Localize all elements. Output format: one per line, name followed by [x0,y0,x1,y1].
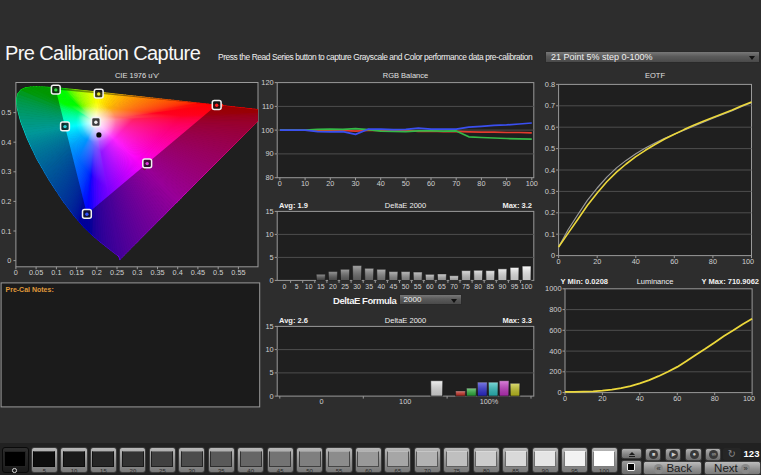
svg-text:200: 200 [549,367,561,376]
svg-text:DeltaE 2000: DeltaE 2000 [385,316,426,325]
svg-text:80: 80 [474,283,482,290]
svg-text:100: 100 [743,394,755,403]
svg-text:20: 20 [593,257,601,266]
svg-text:0.1: 0.1 [51,268,61,277]
svg-text:0: 0 [551,251,555,260]
svg-text:40: 40 [377,283,385,290]
svg-text:85: 85 [486,283,494,290]
svg-text:0: 0 [7,256,11,265]
svg-text:Avg: 2.6: Avg: 2.6 [279,316,308,325]
svg-text:90: 90 [265,149,273,158]
svg-text:0.7: 0.7 [545,101,555,110]
svg-text:0.15: 0.15 [69,268,83,277]
svg-text:0.55: 0.55 [231,268,245,277]
svg-text:0.6: 0.6 [545,123,555,132]
svg-text:0.3: 0.3 [545,187,555,196]
svg-text:0.3: 0.3 [1,167,11,176]
svg-text:80: 80 [477,179,485,188]
svg-text:90: 90 [503,179,511,188]
svg-text:55: 55 [414,283,422,290]
svg-text:70: 70 [450,283,458,290]
svg-text:50: 50 [402,179,410,188]
svg-text:5: 5 [270,253,274,262]
svg-text:0.3: 0.3 [132,268,142,277]
svg-text:0: 0 [557,257,561,266]
svg-text:10: 10 [301,179,309,188]
svg-text:110: 110 [262,102,274,111]
svg-text:0.1: 0.1 [1,227,11,236]
svg-text:0.5: 0.5 [545,144,555,153]
svg-text:50: 50 [402,283,410,290]
svg-text:0.5: 0.5 [1,108,11,117]
svg-text:0: 0 [14,268,18,277]
svg-text:0: 0 [557,388,561,397]
svg-text:0.2: 0.2 [1,197,11,206]
svg-text:100: 100 [521,283,533,290]
svg-text:100: 100 [399,397,411,406]
svg-text:0.2: 0.2 [92,268,102,277]
svg-text:10: 10 [265,230,273,239]
svg-text:0.2: 0.2 [545,208,555,217]
svg-text:1000: 1000 [545,284,561,293]
svg-text:20: 20 [329,283,337,290]
svg-text:800: 800 [549,305,561,314]
svg-text:Y Max: 710.9062: Y Max: 710.9062 [702,277,759,286]
svg-text:60: 60 [673,394,681,403]
svg-text:15: 15 [317,283,325,290]
svg-text:Max: 3.3: Max: 3.3 [502,316,532,325]
svg-text:95: 95 [511,283,519,290]
svg-text:Avg: 1.9: Avg: 1.9 [279,201,308,210]
svg-text:0.4: 0.4 [545,166,555,175]
svg-text:10: 10 [305,283,313,290]
svg-text:0.4: 0.4 [173,268,183,277]
svg-text:0: 0 [283,283,287,290]
svg-text:0: 0 [278,179,282,188]
svg-text:80: 80 [711,394,719,403]
svg-text:80: 80 [709,257,717,266]
svg-text:90: 90 [499,283,507,290]
svg-text:0.25: 0.25 [110,268,124,277]
svg-text:40: 40 [632,257,640,266]
svg-text:35: 35 [365,283,373,290]
svg-text:0.1: 0.1 [545,230,555,239]
svg-text:75: 75 [462,283,470,290]
svg-text:80: 80 [265,173,273,182]
svg-text:60: 60 [427,179,435,188]
svg-text:100: 100 [742,257,754,266]
svg-text:0: 0 [270,392,274,401]
svg-text:120: 120 [261,78,273,87]
svg-text:100%: 100% [480,397,499,406]
svg-text:30: 30 [353,283,361,290]
svg-text:0.5: 0.5 [213,268,223,277]
svg-text:60: 60 [670,257,678,266]
svg-text:0: 0 [270,276,274,285]
svg-text:400: 400 [549,347,561,356]
svg-text:DeltaE 2000: DeltaE 2000 [385,201,426,210]
svg-text:Pre-Cal Notes:: Pre-Cal Notes: [6,286,54,293]
svg-text:25: 25 [341,283,349,290]
svg-text:RGB Balance: RGB Balance [383,71,428,80]
svg-text:15: 15 [265,207,273,216]
svg-text:10: 10 [265,345,273,354]
svg-text:20: 20 [598,394,606,403]
svg-text:EOTF: EOTF [645,71,665,80]
svg-text:CIE 1976 u'v': CIE 1976 u'v' [115,71,160,80]
svg-text:15: 15 [265,322,273,331]
svg-text:40: 40 [377,179,385,188]
svg-text:45: 45 [390,283,398,290]
svg-text:70: 70 [452,179,460,188]
svg-text:Max: 3.2: Max: 3.2 [502,201,532,210]
svg-text:0.05: 0.05 [29,268,43,277]
svg-text:5: 5 [295,283,299,290]
svg-text:0.8: 0.8 [545,80,555,89]
svg-text:20: 20 [326,179,334,188]
svg-text:60: 60 [426,283,434,290]
svg-text:Y Min: 0.0208: Y Min: 0.0208 [561,277,608,286]
svg-text:600: 600 [549,326,561,335]
svg-text:5: 5 [270,368,274,377]
svg-text:Luminance: Luminance [637,277,674,286]
svg-text:30: 30 [351,179,359,188]
svg-text:0.45: 0.45 [191,268,205,277]
svg-text:100: 100 [261,126,273,135]
svg-text:40: 40 [636,394,644,403]
